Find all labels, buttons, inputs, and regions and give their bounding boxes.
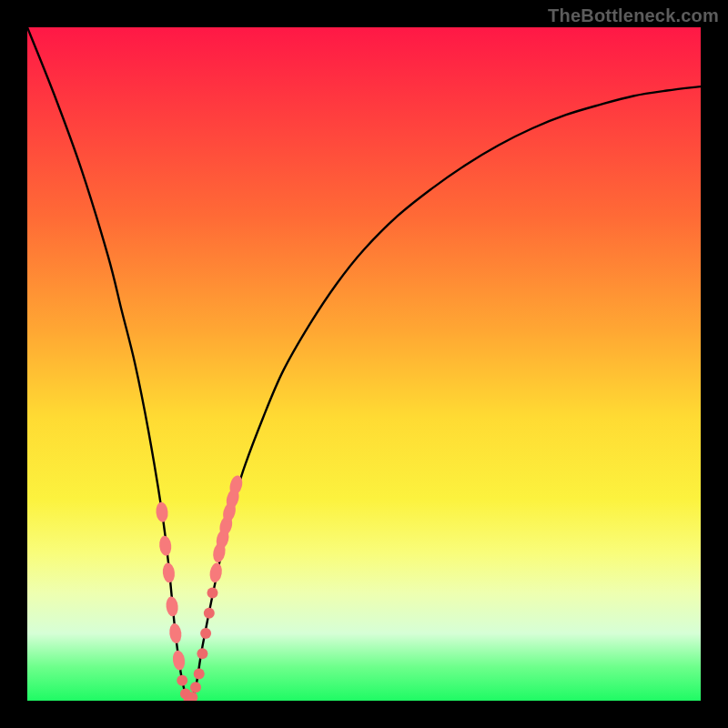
sample-dot [177,675,187,686]
sample-dot [204,608,215,619]
sample-dot [162,562,176,583]
sample-dot [165,596,178,617]
sample-dot [208,561,223,583]
sample-dot [168,622,183,643]
sample-dot [194,668,205,679]
chart-frame: TheBottleneck.com [0,0,728,728]
sample-dot [172,650,187,672]
plot-area [27,27,701,701]
chart-svg [27,27,701,701]
sample-dot [155,501,168,522]
bottleneck-curve [27,27,701,701]
watermark-text: TheBottleneck.com [548,5,719,26]
sample-dot [190,682,201,693]
sample-dot [207,588,218,599]
sample-dot [197,648,207,659]
sample-dot [158,535,172,556]
sample-dot [200,628,211,639]
